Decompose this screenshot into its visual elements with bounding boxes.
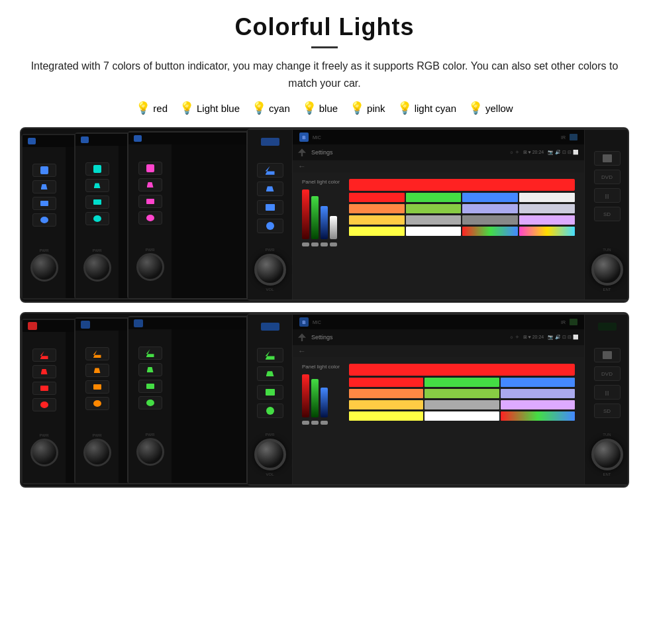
- device-row-1: PWR: [20, 127, 629, 303]
- lightcyan-bulb-icon: 💡: [397, 101, 412, 115]
- color-label-red: red: [153, 103, 168, 114]
- ghost-panel-2-1: PWR: [127, 316, 260, 484]
- color-item-pink: 💡 pink: [350, 101, 385, 115]
- color-item-red: 💡 red: [136, 101, 168, 115]
- yellow-bulb-icon: 💡: [468, 101, 483, 115]
- panel-light-label-1: Panel light color: [302, 179, 340, 185]
- ghost-panel-1: PWR: [127, 131, 260, 299]
- main-panel-1: PWR VOL B MIC: [246, 129, 629, 301]
- color-item-yellow: 💡 yellow: [468, 101, 513, 115]
- title-section: Colorful Lights Integrated with 7 colors…: [20, 13, 629, 91]
- color-label-pink: pink: [367, 103, 385, 114]
- color-item-blue: 💡 blue: [302, 101, 338, 115]
- color-label-lightblue: Light blue: [197, 103, 240, 114]
- color-item-lightblue: 💡 Light blue: [179, 101, 240, 115]
- color-item-cyan: 💡 cyan: [252, 101, 290, 115]
- color-item-lightcyan: 💡 light cyan: [397, 101, 456, 115]
- device-row-2: PWR: [20, 312, 629, 488]
- main-title: Colorful Lights: [20, 13, 629, 41]
- description: Integrated with 7 colors of button indic…: [20, 58, 629, 91]
- title-divider: [311, 46, 338, 48]
- color-label-lightcyan: light cyan: [415, 103, 456, 114]
- cyan-bulb-icon: 💡: [252, 101, 266, 115]
- color-label-yellow: yellow: [485, 103, 513, 114]
- pink-bulb-icon: 💡: [350, 101, 364, 115]
- page-container: Colorful Lights Integrated with 7 colors…: [0, 0, 649, 501]
- color-label-blue: blue: [319, 103, 338, 114]
- panel-light-label-2: Panel light color: [302, 364, 340, 370]
- red-bulb-icon: 💡: [136, 101, 150, 115]
- main-panel-2: PWR VOL B MIC: [246, 313, 629, 486]
- lightblue-bulb-icon: 💡: [179, 101, 194, 115]
- blue-bulb-icon: 💡: [302, 101, 317, 115]
- devices-section: PWR: [20, 127, 629, 488]
- color-indicators: 💡 red 💡 Light blue 💡 cyan 💡 blue 💡 pink …: [20, 101, 629, 115]
- color-label-cyan: cyan: [269, 103, 290, 114]
